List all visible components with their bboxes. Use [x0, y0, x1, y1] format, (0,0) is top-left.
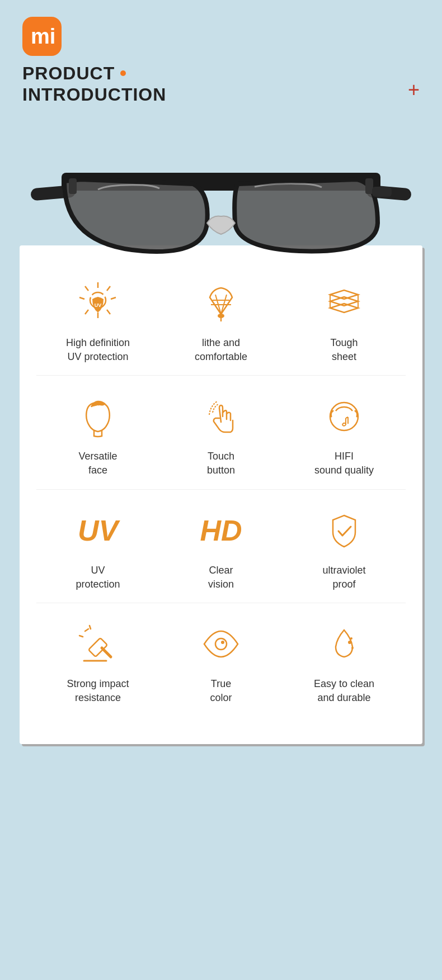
svg-line-14	[85, 310, 88, 314]
svg-point-29	[221, 641, 224, 644]
hammer-icon	[73, 619, 123, 669]
product-title: PRODUCT INTRODUCTION	[22, 63, 166, 106]
title-line2: INTRODUCTION	[22, 84, 166, 105]
orange-dot-icon	[120, 70, 126, 76]
feature-label-touch: Touchbutton	[207, 449, 235, 477]
svg-line-13	[107, 310, 110, 314]
hd-text-icon: HD	[196, 505, 246, 556]
water-drop-icon	[319, 619, 369, 669]
feature-item-ultraviolet: ultravioletproof	[283, 490, 406, 603]
feature-label-clear: Clearvision	[208, 564, 234, 591]
svg-rect-4	[69, 178, 77, 194]
mi-logo: mi	[22, 17, 62, 56]
features-grid: UV High definitionUV protection	[36, 262, 406, 717]
page-wrapper: mi PRODUCT INTRODUCTION +	[0, 0, 442, 980]
feature-item-versatile: Versatileface	[36, 376, 159, 489]
svg-point-28	[215, 638, 227, 650]
feature-item-uv-label: UV UVprotection	[36, 490, 159, 603]
feather-icon	[196, 278, 246, 328]
title-line1: PRODUCT	[22, 63, 115, 84]
feature-item-lithe: lithe andcomfortable	[159, 262, 283, 375]
feature-label-versatile: Versatileface	[78, 449, 117, 477]
feature-label-tough: Toughsheet	[330, 336, 358, 364]
feature-label-true-color: Truecolor	[210, 677, 232, 705]
svg-point-30	[348, 641, 351, 644]
svg-text:UV: UV	[95, 302, 102, 308]
svg-point-32	[350, 637, 352, 640]
sound-icon	[319, 391, 369, 442]
svg-line-25	[79, 636, 83, 637]
svg-line-10	[85, 286, 88, 291]
plus-button[interactable]: +	[408, 78, 420, 102]
glasses-area	[0, 122, 442, 279]
feature-label-lithe: lithe andcomfortable	[195, 336, 247, 364]
feature-item-tough: Toughsheet	[283, 262, 406, 375]
face-icon	[73, 391, 123, 442]
touch-icon	[196, 391, 246, 442]
header: mi PRODUCT INTRODUCTION +	[0, 0, 442, 117]
feature-label-uv-protection: High definitionUV protection	[66, 336, 130, 364]
svg-line-26	[90, 626, 91, 629]
feature-item-hifi: HIFIsound quality	[283, 376, 406, 489]
feature-label-impact: Strong impactresistance	[67, 677, 129, 705]
feature-label-uv: UVprotection	[76, 564, 120, 591]
uv-text-icon: UV	[73, 505, 123, 556]
svg-line-8	[107, 286, 110, 291]
svg-line-24	[85, 629, 88, 631]
feature-label-hifi: HIFIsound quality	[314, 449, 374, 477]
svg-line-11	[79, 297, 84, 299]
svg-point-17	[218, 314, 224, 318]
feature-label-clean: Easy to cleanand durable	[314, 677, 374, 705]
feature-item-uv-protection: UV High definitionUV protection	[36, 262, 159, 375]
feature-item-clear-vision: HD Clearvision	[159, 490, 283, 603]
svg-point-31	[351, 647, 354, 649]
svg-rect-22	[88, 638, 107, 657]
uv-shield-icon: UV	[73, 278, 123, 328]
shield-check-icon	[319, 505, 369, 556]
svg-rect-6	[372, 187, 392, 197]
svg-line-23	[102, 648, 111, 657]
eye-icon	[196, 619, 246, 669]
feature-item-impact: Strong impactresistance	[36, 603, 159, 716]
feature-item-clean: Easy to cleanand durable	[283, 603, 406, 716]
feature-item-touch: Touchbutton	[159, 376, 283, 489]
svg-rect-5	[365, 178, 373, 194]
svg-line-9	[111, 297, 116, 299]
feature-label-ultraviolet: ultravioletproof	[322, 564, 365, 591]
glasses-image	[31, 134, 411, 279]
feature-card: UV High definitionUV protection	[20, 245, 422, 745]
feature-item-true-color: Truecolor	[159, 603, 283, 716]
layers-icon	[319, 278, 369, 328]
svg-text:mi: mi	[31, 25, 55, 48]
